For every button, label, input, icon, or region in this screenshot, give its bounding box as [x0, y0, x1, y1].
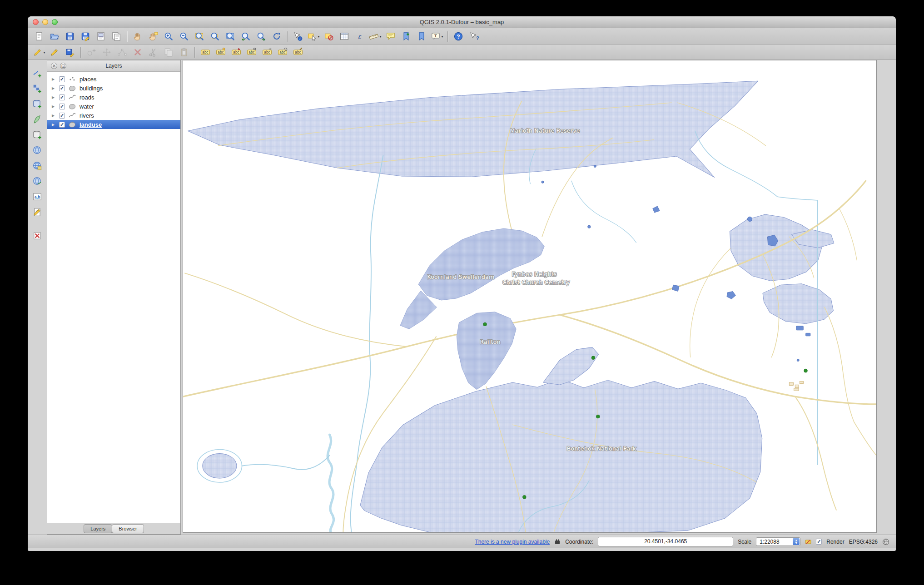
add-wcs-layer-icon[interactable]: [30, 160, 44, 172]
text-annotation-icon[interactable]: T▾: [429, 30, 445, 43]
pin-unpin-labels-icon[interactable]: abc: [229, 46, 244, 59]
open-project-icon[interactable]: [47, 30, 62, 43]
zoom-next-icon[interactable]: [253, 30, 269, 43]
render-label: Render: [826, 539, 844, 545]
add-delimited-text-layer-icon[interactable]: a,b: [30, 191, 44, 203]
add-raster-layer-icon[interactable]: [30, 83, 44, 94]
add-wfs-layer-icon[interactable]: [30, 175, 44, 187]
map-label-christ-church-cemetry: Christ Church Cemetry: [502, 279, 570, 286]
qgis-window: QGIS 2.0.1-Dufour – basic_map i▾ε▾T▾?? ▾…: [28, 16, 896, 551]
svg-text:abc: abc: [202, 50, 208, 55]
zoom-out-icon[interactable]: [176, 30, 192, 43]
map-tips-icon[interactable]: [383, 30, 398, 43]
layer-visibility-checkbox[interactable]: ✓: [59, 113, 65, 119]
zoom-in-icon[interactable]: [161, 30, 176, 43]
tab-browser[interactable]: Browser: [112, 524, 144, 533]
zoom-window-button[interactable]: [52, 19, 58, 25]
new-project-icon[interactable]: [31, 30, 47, 43]
select-features-icon[interactable]: ▾: [306, 30, 321, 43]
layer-label: places: [79, 76, 97, 83]
help-contents-icon[interactable]: ?: [451, 30, 466, 43]
crs-label: EPSG:4326: [849, 539, 878, 545]
move-label-icon[interactable]: abc: [259, 46, 275, 59]
landuse-layer: [188, 81, 834, 532]
labeling-icon[interactable]: abc: [198, 46, 213, 59]
show-hide-labels-icon[interactable]: abc: [244, 46, 259, 59]
panel-close-icon[interactable]: ✕: [51, 63, 57, 69]
zoom-to-selection-icon[interactable]: [207, 30, 223, 43]
layer-item-landuse[interactable]: ▶✓landuse: [47, 120, 180, 129]
crs-status-icon[interactable]: [882, 538, 889, 545]
composer-manager-icon[interactable]: [109, 30, 124, 43]
toolbar-separator: [194, 47, 195, 58]
show-bookmarks-icon[interactable]: [414, 30, 429, 43]
field-calculator-icon[interactable]: ε: [352, 30, 368, 43]
panel-detach-icon[interactable]: ◱: [60, 63, 66, 69]
tab-layers[interactable]: Layers: [84, 524, 112, 533]
layer-item-places[interactable]: ▶✓places: [47, 74, 180, 84]
dropdown-caret-icon[interactable]: ▾: [379, 35, 381, 39]
close-window-button[interactable]: [33, 19, 39, 25]
layer-item-rivers[interactable]: ▶✓rivers: [47, 111, 180, 120]
save-layer-edits-icon[interactable]: [62, 46, 78, 59]
expand-arrow-icon[interactable]: ▶: [52, 104, 56, 109]
add-wms-layer-icon[interactable]: [30, 144, 44, 156]
minimize-window-button[interactable]: [42, 19, 48, 25]
add-vector-layer-icon[interactable]: [30, 67, 44, 79]
map-canvas[interactable]: Marloth Nature Reserve Koornland Swellen…: [183, 60, 877, 533]
identify-features-icon[interactable]: i: [290, 30, 306, 43]
zoom-to-layer-icon[interactable]: [223, 30, 238, 43]
expand-arrow-icon[interactable]: ▶: [52, 86, 56, 90]
status-bar: There is a new plugin available Coordina…: [28, 535, 896, 548]
render-checkbox[interactable]: ✓: [816, 539, 822, 545]
add-postgis-layer-icon[interactable]: [30, 98, 44, 110]
dropdown-caret-icon[interactable]: ▾: [441, 35, 443, 39]
layer-visibility-checkbox[interactable]: ✓: [59, 94, 65, 100]
whats-this-icon[interactable]: ?: [466, 30, 482, 43]
remove-layer-icon[interactable]: [30, 230, 44, 242]
layer-line-icon: [68, 112, 76, 119]
coordinate-input[interactable]: 20.4501,-34.0465: [598, 537, 733, 546]
highlight-pinned-labels-icon[interactable]: abc: [213, 46, 229, 59]
add-spatialite-layer-icon[interactable]: [30, 114, 44, 125]
save-project-as-icon[interactable]: [78, 30, 93, 43]
zoom-last-icon[interactable]: [238, 30, 253, 43]
zoom-full-icon[interactable]: [192, 30, 207, 43]
layer-item-water[interactable]: ▶✓water: [47, 102, 180, 111]
new-bookmark-icon[interactable]: [398, 30, 414, 43]
pan-to-selection-icon[interactable]: [145, 30, 161, 43]
save-project-icon[interactable]: [62, 30, 78, 43]
new-shapefile-layer-icon[interactable]: [30, 206, 44, 218]
new-print-composer-icon[interactable]: [93, 30, 109, 43]
refresh-map-icon[interactable]: [269, 30, 284, 43]
dropdown-caret-icon[interactable]: ▾: [318, 35, 319, 39]
plugin-update-link[interactable]: There is a new plugin available: [475, 539, 550, 545]
plugin-icon[interactable]: [554, 539, 561, 545]
rotate-label-icon[interactable]: abc: [275, 46, 290, 59]
dropdown-caret-icon[interactable]: ▾: [43, 50, 45, 55]
layer-visibility-checkbox[interactable]: ✓: [59, 85, 65, 91]
toggle-editing-icon[interactable]: [47, 46, 62, 59]
map-label-marloth-nature-reserve: Marloth Nature Reserve: [510, 128, 580, 134]
expand-arrow-icon[interactable]: ▶: [52, 123, 56, 127]
layer-item-buildings[interactable]: ▶✓buildings: [47, 84, 180, 93]
expand-arrow-icon[interactable]: ▶: [52, 114, 56, 118]
deselect-features-icon[interactable]: [321, 30, 337, 43]
layers-panel-title: Layers: [47, 60, 180, 71]
scale-combo[interactable]: 1:22088 ▲▼: [756, 537, 800, 546]
titlebar[interactable]: QGIS 2.0.1-Dufour – basic_map: [28, 16, 896, 28]
stop-rendering-icon[interactable]: [805, 539, 811, 545]
layer-visibility-checkbox[interactable]: ✓: [59, 76, 65, 82]
scale-dropdown-icon[interactable]: ▲▼: [793, 538, 800, 545]
layer-visibility-checkbox[interactable]: ✓: [59, 122, 65, 128]
change-label-properties-icon[interactable]: abc: [290, 46, 306, 59]
add-mssql-layer-icon[interactable]: [30, 129, 44, 141]
current-edits-icon[interactable]: ▾: [31, 46, 47, 59]
measure-icon[interactable]: ▾: [368, 30, 383, 43]
layer-visibility-checkbox[interactable]: ✓: [59, 104, 65, 109]
expand-arrow-icon[interactable]: ▶: [52, 77, 56, 81]
expand-arrow-icon[interactable]: ▶: [52, 95, 56, 99]
layer-item-roads[interactable]: ▶✓roads: [47, 93, 180, 102]
pan-map-icon[interactable]: [130, 30, 145, 43]
open-attribute-table-icon[interactable]: [337, 30, 352, 43]
